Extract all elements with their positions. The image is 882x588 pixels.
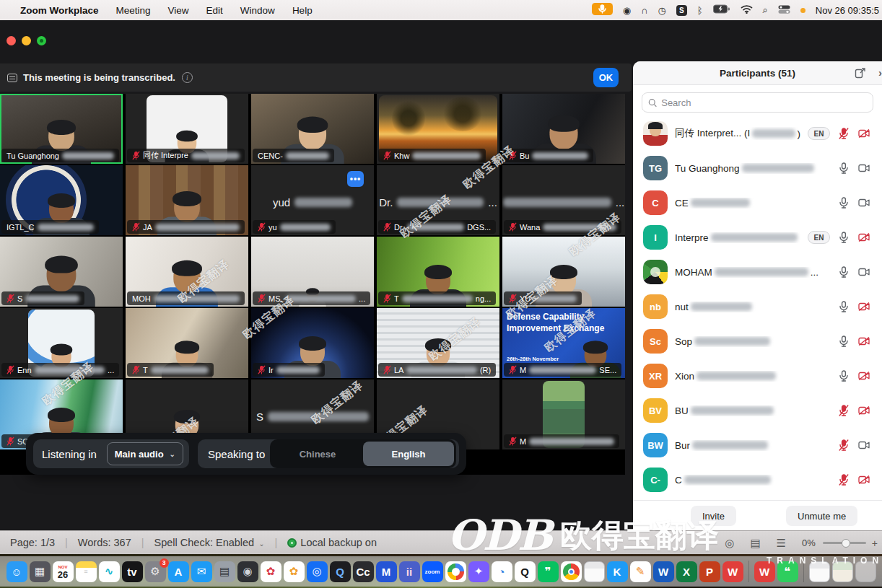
mic-icon[interactable]: [837, 266, 850, 278]
video-icon[interactable]: [857, 164, 870, 172]
video-tile[interactable]: Dr....Dr.DGS...: [377, 165, 499, 235]
dock-photo-booth-icon[interactable]: ◉: [237, 561, 258, 582]
mic-icon[interactable]: [837, 370, 850, 382]
menu-view[interactable]: View: [168, 5, 189, 16]
dock-minimized-window-1-icon[interactable]: [809, 561, 830, 582]
participant-row[interactable]: 同传 Interpret... (I)EN: [633, 116, 882, 151]
spotlight-search-icon[interactable]: ⌕: [763, 4, 768, 16]
dock-quicktime-icon[interactable]: Q: [330, 561, 351, 582]
mic-icon[interactable]: [837, 335, 850, 347]
video-tile[interactable]: yud•••yu: [251, 165, 374, 235]
video-tile[interactable]: Bu: [502, 94, 625, 164]
close-window-button[interactable]: [6, 36, 16, 45]
participant-row[interactable]: MOHAM...: [633, 255, 882, 289]
dock-pencil-app-icon[interactable]: ✎: [630, 561, 651, 582]
control-center-icon[interactable]: [778, 4, 790, 17]
mic-recording-indicator[interactable]: [592, 3, 613, 18]
video-off-icon[interactable]: [857, 406, 870, 415]
unmute-me-button[interactable]: Unmute me: [786, 506, 857, 526]
mic-icon[interactable]: [837, 301, 850, 312]
dock-berries-app-icon[interactable]: ✿: [261, 561, 281, 582]
dock-people-app-icon[interactable]: ii: [399, 561, 420, 582]
dock-trash-icon[interactable]: [855, 561, 876, 582]
tile-more-options-button[interactable]: •••: [347, 171, 364, 187]
dock-excel-icon[interactable]: X: [676, 561, 697, 582]
dock-knot-app-icon[interactable]: [445, 561, 466, 582]
dock-printer-icon[interactable]: ▤: [214, 561, 235, 582]
dock-photos-icon[interactable]: ✿: [284, 561, 305, 582]
dock-minimized-window-2-icon[interactable]: [832, 561, 853, 582]
bluetooth-status-icon[interactable]: ᛒ: [697, 5, 703, 16]
time-machine-status-icon[interactable]: ◷: [658, 5, 665, 16]
listening-audio-dropdown[interactable]: Main audio ⌄: [107, 442, 183, 465]
info-icon[interactable]: i: [182, 72, 193, 83]
dock-wps-office-2-icon[interactable]: W: [754, 561, 775, 582]
participant-row[interactable]: C-C: [633, 462, 882, 497]
video-tile[interactable]: Enn...: [0, 308, 123, 378]
dock-finder-icon[interactable]: ☺: [6, 561, 27, 582]
dock-star-purple-app-icon[interactable]: ✦: [468, 561, 489, 582]
video-off-icon[interactable]: [857, 129, 870, 138]
video-off-icon[interactable]: [857, 475, 870, 484]
dock-chrome-icon[interactable]: [561, 561, 582, 582]
invite-button[interactable]: Invite: [691, 506, 736, 526]
video-tile[interactable]: Ir: [251, 308, 374, 378]
menu-window[interactable]: Window: [240, 5, 275, 16]
menu-help[interactable]: Help: [292, 5, 313, 16]
menu-edit[interactable]: Edit: [206, 5, 223, 16]
video-tile[interactable]: 同传 Interpre: [126, 94, 248, 164]
video-tile[interactable]: CENC-: [251, 94, 374, 164]
fullscreen-window-button[interactable]: [37, 36, 46, 45]
video-tile[interactable]: MOH: [126, 237, 248, 307]
video-tile[interactable]: YU: [502, 237, 625, 307]
language-option-chinese[interactable]: Chinese: [272, 442, 363, 466]
participant-row[interactable]: XRXion: [633, 359, 882, 393]
dock-keynote-icon[interactable]: K: [607, 561, 628, 582]
dock-mail-icon[interactable]: ✉: [191, 561, 212, 582]
mic-icon[interactable]: [837, 232, 850, 243]
muted-mic-icon[interactable]: [837, 128, 850, 139]
active-app-name[interactable]: Zoom Workplace: [20, 5, 99, 16]
dock-app-store-icon[interactable]: A: [168, 561, 189, 582]
participant-row[interactable]: nbnut: [633, 289, 882, 324]
video-icon[interactable]: [857, 268, 870, 276]
video-tile[interactable]: MS....: [251, 237, 374, 307]
video-tile[interactable]: M: [502, 379, 625, 449]
dock-system-settings-icon[interactable]: ⚙3: [145, 561, 166, 582]
dock-wps-office-icon[interactable]: W: [722, 561, 743, 582]
dock-zoom-icon[interactable]: zoom: [422, 561, 443, 582]
video-tile[interactable]: Khw: [377, 94, 499, 164]
eye-view-icon[interactable]: ◎: [725, 537, 734, 550]
dock-qq-browser-icon[interactable]: ◔: [492, 561, 512, 582]
minimize-window-button[interactable]: [22, 36, 31, 45]
s-app-status-icon[interactable]: S: [676, 5, 687, 16]
video-off-icon[interactable]: [857, 337, 870, 346]
dock-notes-icon[interactable]: ≡: [76, 561, 97, 582]
dock-blue-circle-app-icon[interactable]: ◎: [307, 561, 328, 582]
dock-blue-m-app-icon[interactable]: M: [376, 561, 397, 582]
video-icon[interactable]: [857, 198, 870, 207]
wifi-status-icon[interactable]: [741, 4, 753, 17]
participant-row[interactable]: ScSop: [633, 324, 882, 359]
collapse-panel-icon[interactable]: ›: [878, 66, 882, 79]
video-tile[interactable]: IGTL_C: [0, 165, 123, 235]
mic-icon[interactable]: [837, 162, 850, 174]
video-off-icon[interactable]: [857, 233, 870, 242]
dock-launchpad-icon[interactable]: ▦: [30, 561, 51, 582]
participant-row[interactable]: IInterpreEN: [633, 220, 882, 255]
video-tile[interactable]: Defense CapabilityImprovement Exchange26…: [502, 308, 625, 378]
creative-cloud-status-icon[interactable]: ◉: [623, 5, 631, 16]
video-tile[interactable]: ...Wana: [502, 165, 625, 235]
video-tile[interactable]: JA: [126, 165, 248, 235]
banner-ok-button[interactable]: OK: [593, 68, 619, 87]
dock-freeform-icon[interactable]: ∿: [99, 561, 120, 582]
dock-creative-cloud-icon[interactable]: Cc: [353, 561, 374, 582]
video-tile[interactable]: Tu Guanghong: [0, 94, 123, 164]
muted-mic-icon[interactable]: [837, 439, 850, 451]
participant-row[interactable]: BWBur: [633, 428, 882, 462]
participant-row[interactable]: BVBU: [633, 393, 882, 428]
menu-bar-clock[interactable]: Nov 26 09:35:5: [816, 5, 879, 16]
participant-row[interactable]: TGTu Guanghong: [633, 151, 882, 185]
video-icon[interactable]: [857, 441, 870, 449]
dock-powerpoint-icon[interactable]: P: [699, 561, 720, 582]
